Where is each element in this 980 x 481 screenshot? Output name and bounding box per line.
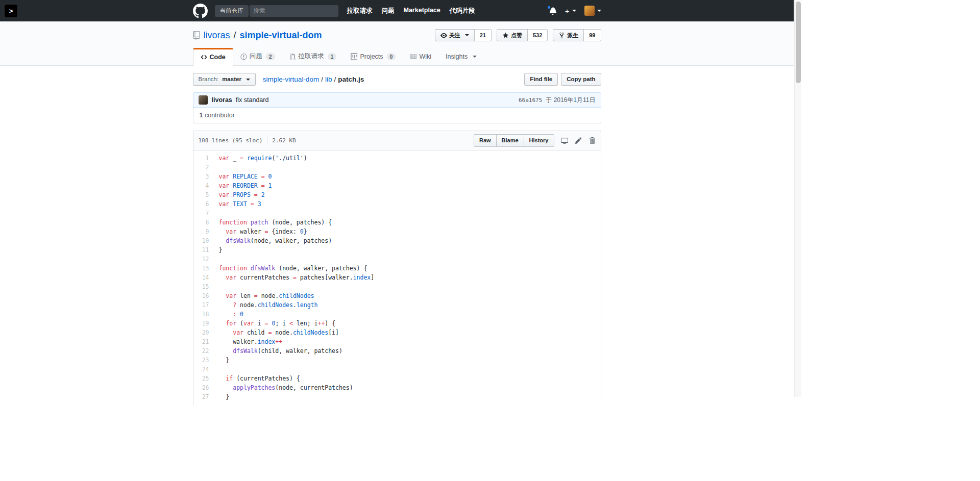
tab-wiki[interactable]: Wiki <box>403 48 438 65</box>
line-number[interactable]: 26 <box>193 383 214 392</box>
line-content: for (var i = 0; i < len; i++) { <box>214 319 336 328</box>
line-number[interactable]: 9 <box>193 227 214 236</box>
star-count[interactable]: 532 <box>528 29 548 41</box>
line-number[interactable]: 21 <box>193 337 214 346</box>
line-number[interactable]: 27 <box>193 392 214 401</box>
repo-name-link[interactable]: simple-virtual-dom <box>240 30 322 41</box>
scrollbar[interactable] <box>794 0 801 397</box>
file-view-buttons: Raw Blame History <box>474 134 554 146</box>
edit-file-button[interactable] <box>575 137 582 144</box>
line-number[interactable]: 12 <box>193 255 214 264</box>
fork-button[interactable]: 派生 <box>553 29 584 41</box>
line-number[interactable]: 13 <box>193 264 214 273</box>
code-line: 21 walker.index++ <box>193 337 601 346</box>
line-number[interactable]: 7 <box>193 209 214 218</box>
line-number[interactable]: 17 <box>193 300 214 310</box>
branch-selector[interactable]: Branch:master <box>193 73 256 86</box>
delete-file-button[interactable] <box>589 137 596 144</box>
pulls-counter: 1 <box>328 53 337 60</box>
nav-marketplace[interactable]: Marketplace <box>404 7 440 15</box>
line-number[interactable]: 6 <box>193 199 214 209</box>
line-number[interactable]: 3 <box>193 172 214 181</box>
contributors-bar[interactable]: 1 contributor <box>193 108 601 123</box>
nav-issues[interactable]: 问题 <box>382 7 395 15</box>
fork-count[interactable]: 99 <box>584 29 601 41</box>
branch-name: master <box>222 75 241 83</box>
code-line: 4var REORDER = 1 <box>193 181 601 190</box>
code-line: 1var _ = require('./util') <box>193 154 601 163</box>
github-logo[interactable] <box>193 4 208 18</box>
breadcrumb: simple-virtual-dom/lib/patch.js <box>263 75 364 83</box>
line-number[interactable]: 25 <box>193 374 214 383</box>
nav-pull-requests[interactable]: 拉取请求 <box>347 7 373 15</box>
watch-button[interactable]: 关注 <box>435 29 475 41</box>
line-number[interactable]: 8 <box>193 218 214 227</box>
latest-commit: livoras fix standard 66a1675 于 2016年1月11… <box>193 92 601 108</box>
line-number[interactable]: 2 <box>193 163 214 172</box>
tab-pull-requests[interactable]: 拉取请求 1 <box>282 48 344 65</box>
line-number[interactable]: 4 <box>193 181 214 190</box>
trash-icon <box>589 137 596 144</box>
line-number[interactable]: 15 <box>193 282 214 291</box>
breadcrumb-dir-link[interactable]: lib <box>325 75 332 83</box>
copy-path-button[interactable]: Copy path <box>561 73 601 86</box>
line-number[interactable]: 23 <box>193 356 214 365</box>
code-line: 5var PROPS = 2 <box>193 190 601 199</box>
history-button[interactable]: History <box>524 134 554 146</box>
find-file-button[interactable]: Find file <box>524 73 558 86</box>
search-input[interactable] <box>250 5 338 17</box>
watch-label: 关注 <box>449 32 460 39</box>
code-line: 17 ? node.childNodes.length <box>193 300 601 310</box>
user-menu[interactable] <box>584 6 601 16</box>
line-content: } <box>214 245 223 255</box>
code-line: 13function dfsWalk (node, walker, patche… <box>193 264 601 273</box>
blame-button[interactable]: Blame <box>496 134 524 146</box>
line-number[interactable]: 1 <box>193 154 214 163</box>
chevron-down-icon <box>473 56 477 58</box>
code-line: 27 } <box>193 392 601 401</box>
tab-code[interactable]: Code <box>193 48 233 66</box>
issues-counter: 2 <box>266 53 275 60</box>
header-nav: 拉取请求 问题 Marketplace 代码片段 <box>347 7 475 15</box>
line-number[interactable]: 10 <box>193 236 214 245</box>
line-number[interactable]: 5 <box>193 190 214 199</box>
line-content: ? node.childNodes.length <box>214 300 318 310</box>
line-number[interactable]: 14 <box>193 273 214 282</box>
line-number[interactable]: 18 <box>193 310 214 319</box>
commit-author-avatar[interactable] <box>199 95 208 105</box>
tab-issues[interactable]: 问题 2 <box>233 48 282 65</box>
line-content: } <box>214 356 230 365</box>
line-number[interactable]: 20 <box>193 328 214 337</box>
code-line: 18 : 0 <box>193 310 601 319</box>
sidebar-toggle-button[interactable]: > <box>4 4 18 18</box>
commit-sha-link[interactable]: 66a1675 <box>519 97 542 104</box>
tab-insights[interactable]: Insights <box>438 48 484 65</box>
line-number[interactable]: 11 <box>193 245 214 255</box>
line-number[interactable]: 24 <box>193 365 214 374</box>
code-line: 9 var walker = {index: 0} <box>193 227 601 236</box>
notifications-bell-icon[interactable] <box>549 7 557 15</box>
breadcrumb-repo-link[interactable]: simple-virtual-dom <box>263 75 319 83</box>
watch-count[interactable]: 21 <box>475 29 492 41</box>
tab-insights-label: Insights <box>446 53 468 60</box>
commit-message-link[interactable]: fix standard <box>236 96 269 104</box>
search-scope-button[interactable]: 当前仓库 <box>215 5 249 17</box>
create-new-menu[interactable]: + <box>565 7 576 15</box>
repo-owner-link[interactable]: livoras <box>204 30 230 41</box>
open-desktop-button[interactable] <box>561 137 568 144</box>
code-line: 20 var child = node.childNodes[i] <box>193 328 601 337</box>
commit-author-link[interactable]: livoras <box>212 96 232 104</box>
repo-title: livoras / simple-virtual-dom <box>193 30 322 41</box>
raw-button[interactable]: Raw <box>474 134 497 146</box>
code-line: 12 <box>193 255 601 264</box>
tab-projects[interactable]: Projects 0 <box>344 48 403 65</box>
scrollbar-thumb[interactable] <box>796 2 801 83</box>
line-number[interactable]: 22 <box>193 346 214 356</box>
line-number[interactable]: 16 <box>193 291 214 300</box>
star-button[interactable]: 点赞 <box>497 29 528 41</box>
nav-gists[interactable]: 代码片段 <box>450 7 475 15</box>
line-content: dfsWalk(node, walker, patches) <box>214 236 332 245</box>
line-content <box>214 282 219 291</box>
line-content <box>214 365 219 374</box>
line-number[interactable]: 19 <box>193 319 214 328</box>
